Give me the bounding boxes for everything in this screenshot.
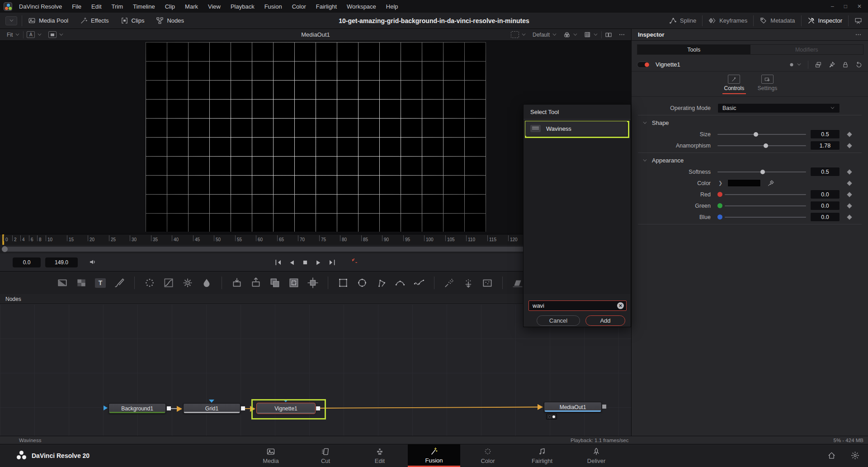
slider-handle[interactable] [764,143,768,148]
menu-help[interactable]: Help [381,0,403,13]
metadata-button[interactable]: Metadata [754,13,801,29]
scrollbar-cap[interactable] [2,246,8,252]
param-value-field[interactable]: 0.0 [810,190,840,199]
viewer-options-button[interactable] [615,31,628,38]
keyframe-diamond-icon[interactable] [847,192,852,197]
eyedropper-icon[interactable] [767,180,774,187]
channel-dot[interactable] [717,214,722,219]
paint-tool[interactable] [112,276,127,290]
slider-handle[interactable] [754,132,758,137]
ellipse-mask-tool[interactable] [355,276,369,290]
slider-track[interactable] [725,205,806,206]
menu-trim[interactable]: Trim [107,0,128,13]
wand-mask-tool[interactable] [412,276,426,290]
tool-search-input[interactable]: wavi ✕ [528,300,627,311]
go-to-start-button[interactable] [274,259,282,266]
keyframe-diamond-icon[interactable] [847,181,852,186]
page-tab-cut[interactable]: Cut [299,444,352,467]
audio-mute-button[interactable] [89,258,97,266]
clear-search-icon[interactable]: ✕ [617,302,624,309]
viewer-prime-button[interactable] [45,31,67,38]
page-tab-fusion[interactable]: Fusion [408,444,460,467]
keyframe-diamond-icon[interactable] [847,169,852,174]
section-header-appearance[interactable]: Appearance [632,154,868,166]
channel-dot[interactable] [717,203,722,208]
page-tab-deliver[interactable]: Deliver [570,444,623,467]
mattecontrol-tool[interactable] [287,276,301,290]
quick-export-button[interactable] [5,16,17,25]
viewer-gain-button[interactable]: A [24,31,45,38]
text-tool[interactable]: T [93,276,108,290]
polygon-mask-tool[interactable] [374,276,388,290]
colorgain-tool[interactable] [199,276,214,290]
pmove-tool[interactable] [461,276,476,290]
viewer-zoom-select[interactable]: Fit [4,32,23,38]
slider-track[interactable] [717,134,806,135]
keyframe-diamond-icon[interactable] [847,143,852,148]
stop-button[interactable] [302,259,308,266]
brightness-tool[interactable] [180,276,195,290]
pemitter-tool[interactable] [442,276,457,290]
home-icon[interactable] [827,451,836,460]
page-tab-edit[interactable]: Edit [354,444,406,467]
keyframe-diamond-icon[interactable] [847,203,852,208]
keyframes-button[interactable]: Keyframes [703,13,753,29]
clips-button[interactable]: Clips [115,13,151,29]
rectangle-mask-tool[interactable] [336,276,350,290]
node-grid1[interactable]: Grid1 [183,403,241,414]
loop-button[interactable] [349,258,357,267]
menu-timeline[interactable]: Timeline [128,0,160,13]
tab-controls[interactable]: Controls [722,75,746,96]
reset-history-icon[interactable] [855,61,863,68]
panel-layout-button[interactable] [849,13,868,29]
merge-tool[interactable] [268,276,282,290]
menu-workspace[interactable]: Workspace [342,0,381,13]
keyframe-diamond-icon[interactable] [847,214,852,219]
lock-icon[interactable] [842,61,849,68]
tab-tools[interactable]: Tools [637,45,750,54]
inspector-button[interactable]: Inspector [802,13,848,29]
menu-playback[interactable]: Playback [226,0,259,13]
copy-settings-icon[interactable] [815,61,822,68]
bspline-mask-tool[interactable] [393,276,407,290]
background-tool[interactable] [55,276,70,290]
page-tab-fairlight[interactable]: Fairlight [516,444,568,467]
menu-edit[interactable]: Edit [86,0,106,13]
menu-file[interactable]: File [67,0,86,13]
play-button[interactable] [315,259,322,266]
menu-fusion[interactable]: Fusion [259,0,287,13]
viewer-assignment-badge[interactable] [546,414,557,419]
param-value-field[interactable]: 0.5 [810,129,840,139]
section-header-shape[interactable]: Shape [632,117,868,129]
maximize-icon[interactable]: □ [844,3,847,10]
menu-clip[interactable]: Clip [160,0,180,13]
node-vignette1[interactable]: Vignette1 [256,403,316,414]
channel-dot[interactable] [717,192,722,197]
saver-tool[interactable] [249,276,263,290]
current-frame-field[interactable]: 0.0 [13,257,41,267]
minimize-icon[interactable]: – [831,3,834,10]
dual-viewer-button[interactable] [602,31,615,38]
param-value-field[interactable]: 1.78 [810,141,840,150]
inspector-options-button[interactable] [855,31,862,38]
color-swatch[interactable] [727,179,761,187]
effects-button[interactable]: Effects [74,13,115,29]
colorcurves-tool[interactable] [161,276,176,290]
noise-tool[interactable] [142,276,157,290]
roi-button[interactable] [508,31,529,38]
tool-result-item[interactable]: Waviness [525,121,627,136]
slider-track[interactable] [725,194,806,195]
go-to-end-button[interactable] [329,259,336,266]
cancel-button[interactable]: Cancel [537,315,580,326]
node-mediaout1[interactable]: MediaOut1 [544,402,602,412]
fastnoise-tool[interactable] [74,276,89,290]
expand-arrow-icon[interactable]: ❯ [718,180,722,186]
slider-track[interactable] [725,217,806,218]
slider-handle[interactable] [760,170,765,174]
tab-modifiers[interactable]: Modifiers [750,45,863,54]
slider-track[interactable] [717,172,806,172]
spline-button[interactable]: Spline [663,13,702,29]
page-tab-media[interactable]: Media [245,444,297,467]
nodes-button[interactable]: Nodes [150,13,190,29]
prender-tool[interactable] [480,276,495,290]
